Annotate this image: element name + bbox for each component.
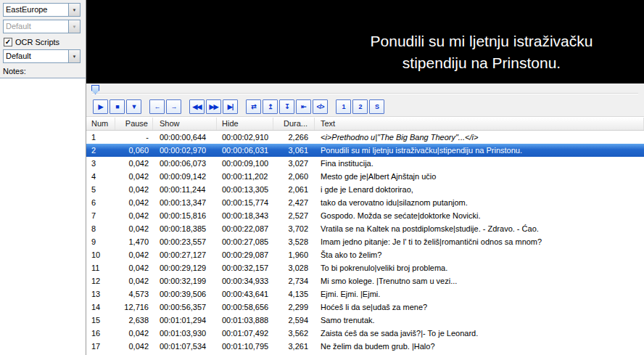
column-header-hide[interactable]: Hide: [217, 118, 273, 130]
cell-dur: 3,027: [273, 157, 315, 170]
cell-pause: -: [115, 131, 153, 144]
secondary-combo: Default ▼: [3, 20, 80, 33]
cell-hide: 00:00:02,910: [217, 131, 273, 144]
mark-last-sync-point-button[interactable]: 2: [352, 99, 368, 114]
cell-pause: 1,470: [115, 235, 153, 248]
cell-num: 6: [86, 196, 115, 209]
ocr-script-combo[interactable]: Default ▼: [3, 49, 80, 63]
table-row[interactable]: 110,04200:00:29,12900:00:32,1573,028To b…: [86, 261, 644, 274]
left-panel: EastEurope ▼ Default ▼ ✓ OCR Scripts Def…: [0, 0, 86, 355]
table-row[interactable]: 20,06000:00:02,97000:00:06,0313,061Ponud…: [86, 144, 644, 157]
table-row[interactable]: 70,04200:00:15,81600:00:18,3432,527Gospo…: [86, 209, 644, 222]
cell-pause: 0,042: [115, 327, 153, 340]
table-row[interactable]: 170,04200:01:07,53400:01:10,7953,261Ne ž…: [86, 340, 644, 353]
cell-num: 14: [86, 301, 115, 314]
set-start-time-button[interactable]: ↥: [263, 99, 278, 114]
jump-prev-subtitle-icon: ←: [154, 103, 160, 110]
cell-pause: 4,573: [115, 287, 153, 301]
table-row[interactable]: 120,04200:00:32,19900:00:34,9332,734Mi s…: [86, 274, 644, 287]
video-preview[interactable]: Ponudili su mi ljetnju istraživačku stip…: [86, 0, 644, 83]
cell-text: To bi pokrenulo|veliki broj problema.: [315, 261, 644, 274]
table-row[interactable]: 91,47000:00:23,55700:00:27,0853,528Imam …: [86, 235, 644, 248]
cell-dur: 3,261: [273, 340, 315, 353]
ocr-scripts-checkbox[interactable]: ✓ OCR Scripts: [4, 38, 59, 46]
cell-hide: 00:00:34,933: [217, 274, 273, 287]
set-final-time-button[interactable]: ↧: [279, 99, 294, 114]
cell-num: 8: [86, 222, 115, 235]
set-final-time-icon: ↧: [284, 103, 289, 110]
table-row[interactable]: 134,57300:00:39,50600:00:43,6414,135Ejmi…: [86, 287, 644, 301]
cell-text: Gospodo. Možda se sećate|doktorke Novick…: [315, 209, 644, 222]
column-header-show[interactable]: Show: [153, 118, 217, 130]
table-row[interactable]: 1412,71600:00:56,35700:00:58,6562,299Hoć…: [86, 301, 644, 314]
column-header-num[interactable]: Num: [86, 118, 115, 130]
cell-num: 7: [86, 209, 115, 222]
cell-pause: 0,042: [115, 196, 153, 209]
cell-show: 00:01:07,534: [153, 340, 217, 353]
subtitle-overlay: Ponudili su mi ljetnju istraživačku stip…: [326, 30, 637, 74]
table-row[interactable]: 40,04200:00:09,14200:00:11,2022,060Mesto…: [86, 170, 644, 183]
cell-text: Imam jedno pitanje: Je l' ti to želiš|ro…: [315, 235, 644, 248]
cell-pause: 12,716: [115, 301, 153, 314]
chevron-down-icon[interactable]: ▼: [68, 4, 80, 16]
table-row[interactable]: 60,04200:00:13,34700:00:15,7742,427tako …: [86, 196, 644, 209]
table-row[interactable]: 80,04200:00:18,38500:00:22,0873,702Vrati…: [86, 222, 644, 235]
column-header-text[interactable]: Text: [315, 118, 644, 130]
subtitle-editor-window: EastEurope ▼ Default ▼ ✓ OCR Scripts Def…: [0, 0, 644, 355]
set-start-time-icon: ↥: [268, 103, 273, 110]
seek-bar[interactable]: [86, 83, 644, 97]
mark-first-sync-point-button[interactable]: 1: [336, 99, 351, 114]
table-row[interactable]: 100,04200:00:27,12700:00:29,0871,960Šta …: [86, 248, 644, 261]
cell-dur: 3,562: [273, 327, 315, 340]
grid-body: 1-00:00:00,64400:00:02,9102,266<i>Pretho…: [86, 131, 644, 355]
add-sync-point-button[interactable]: S: [369, 99, 384, 114]
cell-hide: 00:00:09,100: [217, 157, 273, 170]
chevron-down-icon[interactable]: ▼: [68, 50, 80, 62]
notes-textarea[interactable]: [0, 78, 86, 355]
cell-pause: 2,638: [115, 314, 153, 327]
cell-show: 00:01:03,930: [153, 327, 217, 340]
stop-button[interactable]: ■: [110, 99, 125, 114]
cell-text: Zaista ćeš da se sada javiš?|- To je Leo…: [315, 327, 644, 340]
cell-text: <i>Prethodno u|"The Big Bang Theory"...<…: [315, 131, 644, 144]
table-row[interactable]: 152,63800:01:01,29400:01:03,8882,594Samo…: [86, 314, 644, 327]
cell-text: Fina institucija.: [315, 157, 644, 170]
toggle-scroll-list-button[interactable]: ▼: [126, 99, 141, 114]
cell-text: Ne želim da budem grub. |Halo?: [315, 340, 644, 353]
cell-hide: 00:00:11,202: [217, 170, 273, 183]
table-row[interactable]: 50,04200:00:11,24400:00:13,3052,061i gde…: [86, 183, 644, 196]
seek-groove: [92, 93, 638, 94]
table-row[interactable]: 160,04200:01:03,93000:01:07,4923,562Zais…: [86, 327, 644, 340]
move-subtitle-button[interactable]: ⇄: [246, 99, 261, 114]
cell-dur: 4,135: [273, 287, 315, 301]
checkbox-check-icon[interactable]: ✓: [4, 38, 12, 46]
forward-button[interactable]: ▶▶: [206, 99, 221, 114]
cell-hide: 00:00:58,656: [217, 301, 273, 314]
column-header-pause[interactable]: Pause: [115, 118, 153, 130]
cell-hide: 00:00:15,774: [217, 196, 273, 209]
jump-next-subtitle-button[interactable]: →: [166, 99, 181, 114]
rewind-icon: ◀◀: [193, 103, 202, 110]
column-header-dur[interactable]: Dura...: [273, 118, 315, 130]
table-row[interactable]: 1-00:00:00,64400:00:02,9102,266<i>Pretho…: [86, 131, 644, 144]
cell-hide: 00:01:10,795: [217, 340, 273, 353]
play-button[interactable]: ▶: [93, 99, 108, 114]
cell-num: 2: [86, 144, 115, 157]
cell-show: 00:00:32,199: [153, 274, 217, 287]
cell-hide: 00:00:06,031: [217, 144, 273, 157]
cell-num: 12: [86, 274, 115, 287]
playback-rate-icon: ▶|: [228, 103, 233, 110]
move-subtitle-icon: ⇄: [251, 103, 256, 110]
start-subtitle-button[interactable]: ⇤: [296, 99, 311, 114]
table-row[interactable]: 30,04200:00:06,07300:00:09,1003,027Fina …: [86, 157, 644, 170]
rewind-button[interactable]: ◀◀: [189, 99, 205, 114]
end-subtitle-button[interactable]: </>: [313, 99, 328, 114]
grid-header: NumPauseShowHideDura...Text: [86, 118, 644, 131]
cell-pause: 0,042: [115, 209, 153, 222]
cell-num: 17: [86, 340, 115, 353]
cell-show: 00:00:29,129: [153, 261, 217, 274]
jump-prev-subtitle-button[interactable]: ←: [149, 99, 165, 114]
playback-rate-button[interactable]: ▶|: [223, 99, 238, 114]
charset-combo[interactable]: EastEurope ▼: [3, 3, 80, 17]
cell-show: 00:00:15,816: [153, 209, 217, 222]
